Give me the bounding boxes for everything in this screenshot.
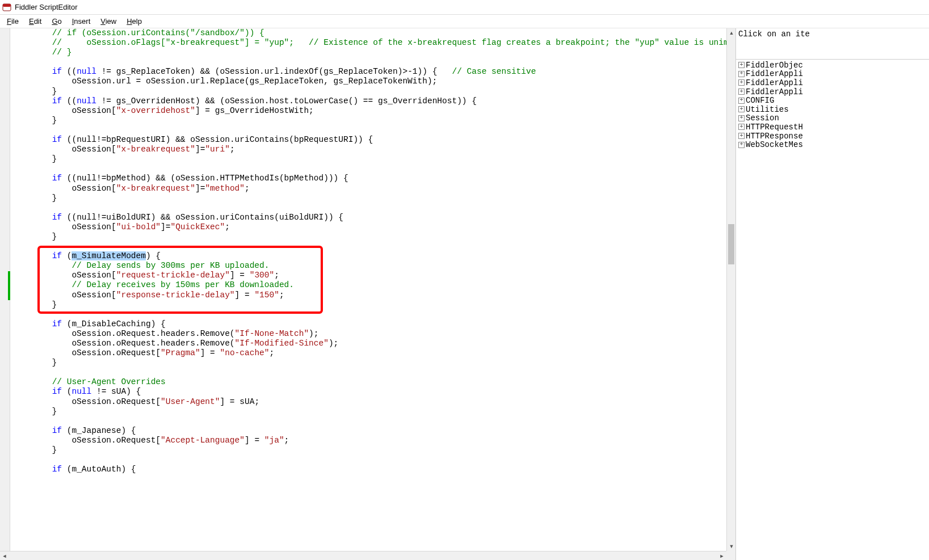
titlebar: Fiddler ScriptEditor <box>0 0 929 15</box>
code-line[interactable]: oSession.oRequest.headers.Remove("If-Mod… <box>12 339 726 348</box>
code-line[interactable]: if ((null != gs_ReplaceToken) && (oSessi… <box>12 67 726 77</box>
tree-item[interactable]: +HTTPResponse <box>736 132 929 141</box>
expand-icon[interactable]: + <box>738 98 745 104</box>
code-line[interactable]: if ((null!=uiBoldURI) && oSession.uriCon… <box>12 213 726 222</box>
code-line[interactable]: oSession["response-trickle-delay"] = "15… <box>12 290 726 300</box>
tree-item-label: FiddlerAppli <box>746 69 803 78</box>
code-line[interactable] <box>12 57 726 67</box>
code-line[interactable]: // } <box>12 48 726 57</box>
code-line[interactable]: } <box>12 193 726 203</box>
code-line[interactable]: } <box>12 300 726 310</box>
tree-item-label: FiddlerAppli <box>746 78 803 87</box>
code-line[interactable]: // Delay receives by 150ms per KB downlo… <box>12 280 726 290</box>
menubar: File Edit Go Insert View Help <box>0 15 929 28</box>
code-line[interactable]: if ((null!=bpMethod) && (oSession.HTTPMe… <box>12 174 726 183</box>
tree-item[interactable]: +FiddlerObjec <box>736 61 929 70</box>
menu-insert[interactable]: Insert <box>68 16 95 27</box>
scroll-corner <box>726 551 735 560</box>
change-marker <box>8 271 10 290</box>
tree-item[interactable]: +FiddlerAppli <box>736 70 929 79</box>
scroll-up-button[interactable]: ▲ <box>727 28 736 37</box>
scroll-left-button[interactable]: ◄ <box>0 551 9 560</box>
code-line[interactable]: oSession.oRequest.headers.Remove("If-Non… <box>12 329 726 339</box>
code-line[interactable]: } <box>12 445 726 455</box>
code-line[interactable]: if (m_SimulateModem) { <box>12 251 726 261</box>
code-line[interactable]: oSession["x-overridehost"] = gs_Override… <box>12 106 726 116</box>
code-line[interactable]: } <box>12 358 726 368</box>
horizontal-scrollbar[interactable]: ◄ ► <box>0 551 726 560</box>
scroll-down-button[interactable]: ▼ <box>727 542 736 551</box>
code-line[interactable] <box>12 164 726 174</box>
hint-panel: Click on an ite <box>736 28 929 60</box>
code-line[interactable]: // Delay sends by 300ms per KB uploaded. <box>12 261 726 271</box>
menu-edit[interactable]: Edit <box>24 16 46 27</box>
tree-item[interactable]: +Session <box>736 114 929 123</box>
code-line[interactable] <box>12 416 726 426</box>
menu-go[interactable]: Go <box>47 16 66 27</box>
svg-rect-1 <box>3 4 11 7</box>
code-line[interactable]: // User-Agent Overrides <box>12 377 726 387</box>
code-line[interactable]: } <box>12 154 726 164</box>
expand-icon[interactable]: + <box>738 124 745 130</box>
editor-gutter <box>0 28 10 560</box>
code-line[interactable] <box>12 242 726 251</box>
tree-item-label: FiddlerAppli <box>746 87 803 96</box>
tree-item[interactable]: +FiddlerAppli <box>736 87 929 96</box>
code-line[interactable]: if ((null!=bpRequestURI) && oSession.uri… <box>12 135 726 145</box>
vertical-scrollbar[interactable]: ▲ ▼ <box>726 28 735 551</box>
code-line[interactable]: oSession.oRequest["Pragma"] = "no-cache"… <box>12 348 726 358</box>
code-line[interactable]: oSession["x-breakrequest"]="uri"; <box>12 145 726 154</box>
scroll-right-button[interactable]: ► <box>717 551 726 560</box>
expand-icon[interactable]: + <box>738 71 745 77</box>
change-marker <box>8 290 10 300</box>
code-line[interactable]: } <box>12 116 726 125</box>
code-line[interactable]: oSession.oRequest["Accept-Language"] = "… <box>12 436 726 445</box>
code-line[interactable]: } <box>12 232 726 242</box>
code-line[interactable]: oSession["ui-bold"]="QuickExec"; <box>12 222 726 232</box>
code-line[interactable]: } <box>12 87 726 96</box>
scroll-track[interactable] <box>727 37 735 542</box>
code-line[interactable] <box>12 203 726 213</box>
tree-item-label: HTTPResponse <box>746 132 803 141</box>
expand-icon[interactable]: + <box>738 89 745 95</box>
code-line[interactable]: oSession.oRequest["User-Agent"] = sUA; <box>12 397 726 407</box>
tree-item[interactable]: +HTTPRequestH <box>736 123 929 132</box>
code-line[interactable]: } <box>12 407 726 416</box>
tree-item[interactable]: +Utilities <box>736 105 929 114</box>
code-line[interactable]: if (m_AutoAuth) { <box>12 465 726 474</box>
expand-icon[interactable]: + <box>738 62 745 68</box>
code-line[interactable]: oSession["request-trickle-delay"] = "300… <box>12 271 726 280</box>
code-line[interactable]: if (m_Japanese) { <box>12 426 726 436</box>
editor-pane: // if (oSession.uriContains("/sandbox/")… <box>0 28 736 560</box>
code-line[interactable]: oSession["x-breakrequest"]="method"; <box>12 184 726 193</box>
tree-item[interactable]: +WebSocketMes <box>736 140 929 149</box>
code-line[interactable]: if (null != sUA) { <box>12 387 726 397</box>
code-editor[interactable]: // if (oSession.uriContains("/sandbox/")… <box>12 28 726 551</box>
code-line[interactable] <box>12 368 726 377</box>
code-line[interactable]: if (m_DisableCaching) { <box>12 319 726 329</box>
expand-icon[interactable]: + <box>738 115 745 121</box>
tree-item-label: FiddlerObjec <box>746 61 803 70</box>
tree-item-label: WebSocketMes <box>746 140 803 149</box>
right-pane: Click on an ite +FiddlerObjec+FiddlerApp… <box>736 28 929 560</box>
code-line[interactable]: if ((null != gs_OverridenHost) && (oSess… <box>12 96 726 106</box>
menu-help[interactable]: Help <box>122 16 146 27</box>
tree-item-label: Utilities <box>746 105 789 114</box>
code-line[interactable]: oSession.url = oSession.url.Replace(gs_R… <box>12 77 726 86</box>
code-line[interactable]: // oSession.oFlags["x-breakrequest"] = "… <box>12 38 726 48</box>
code-line[interactable] <box>12 455 726 465</box>
expand-icon[interactable]: + <box>738 106 745 112</box>
expand-icon[interactable]: + <box>738 79 745 86</box>
tree-item-label: CONFIG <box>746 96 774 105</box>
code-line[interactable]: // if (oSession.uriContains("/sandbox/")… <box>12 28 726 38</box>
expand-icon[interactable]: + <box>738 142 745 148</box>
code-line[interactable] <box>12 310 726 319</box>
tree-item[interactable]: +FiddlerAppli <box>736 78 929 87</box>
scroll-thumb[interactable] <box>728 224 734 264</box>
class-tree[interactable]: +FiddlerObjec+FiddlerAppli+FiddlerAppli+… <box>736 60 929 560</box>
menu-file[interactable]: File <box>2 16 23 27</box>
expand-icon[interactable]: + <box>738 133 745 139</box>
tree-item[interactable]: +CONFIG <box>736 96 929 105</box>
menu-view[interactable]: View <box>96 16 121 27</box>
code-line[interactable] <box>12 125 726 135</box>
